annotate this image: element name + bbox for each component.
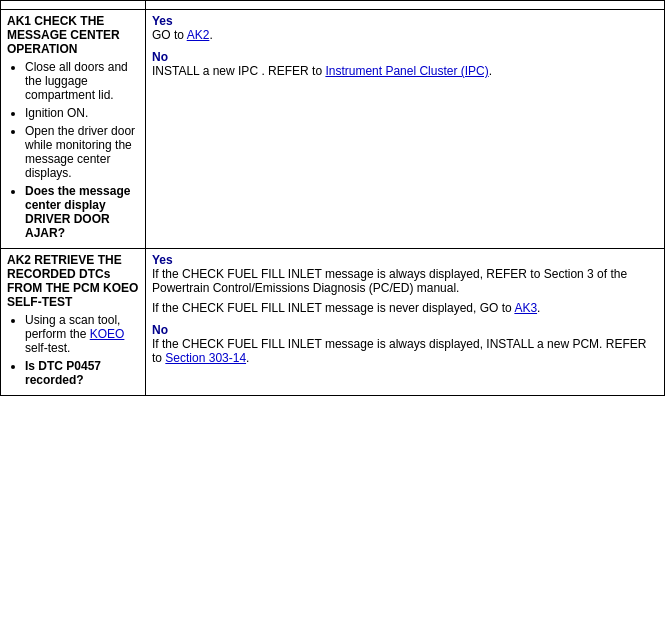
step-link[interactable]: KOEO: [90, 327, 125, 341]
step-list: Using a scan tool, perform the KOEO self…: [7, 313, 139, 387]
result-link[interactable]: Instrument Panel Cluster (IPC): [325, 64, 488, 78]
result-block: NoIf the CHECK FUEL FILL INLET message i…: [152, 323, 658, 365]
result-block: YesIf the CHECK FUEL FILL INLET message …: [152, 253, 658, 315]
result-link[interactable]: Section 303-14: [165, 351, 246, 365]
result-line: If the CHECK FUEL FILL INLET message is …: [152, 301, 658, 315]
result-label: No: [152, 323, 168, 337]
step-cell: AK2 RETRIEVE THE RECORDED DTCs FROM THE …: [1, 249, 146, 396]
result-line: If the CHECK FUEL FILL INLET message is …: [152, 267, 658, 295]
step-title: AK1 CHECK THE MESSAGE CENTER OPERATION: [7, 14, 139, 56]
step-list-item: Open the driver door while monitoring th…: [25, 124, 139, 180]
step-title: AK2 RETRIEVE THE RECORDED DTCs FROM THE …: [7, 253, 139, 309]
step-list-item: Does the message center display DRIVER D…: [25, 184, 139, 240]
result-label: Yes: [152, 253, 173, 267]
result-line: INSTALL a new IPC . REFER to Instrument …: [152, 64, 658, 78]
result-block: YesGO to AK2.: [152, 14, 658, 42]
result-link[interactable]: AK3: [514, 301, 537, 315]
table-row: AK1 CHECK THE MESSAGE CENTER OPERATIONCl…: [1, 10, 665, 249]
step-cell: AK1 CHECK THE MESSAGE CENTER OPERATIONCl…: [1, 10, 146, 249]
result-label: Yes: [152, 14, 173, 28]
result-line: GO to AK2.: [152, 28, 658, 42]
result-cell: YesGO to AK2.NoINSTALL a new IPC . REFER…: [146, 10, 665, 249]
step-list-item: Is DTC P0457 recorded?: [25, 359, 139, 387]
table-row: AK2 RETRIEVE THE RECORDED DTCs FROM THE …: [1, 249, 665, 396]
header-result: [146, 1, 665, 10]
result-block: NoINSTALL a new IPC . REFER to Instrumen…: [152, 50, 658, 78]
result-cell: YesIf the CHECK FUEL FILL INLET message …: [146, 249, 665, 396]
result-label: No: [152, 50, 168, 64]
header-test-step: [1, 1, 146, 10]
result-link[interactable]: AK2: [187, 28, 210, 42]
step-list-item: Using a scan tool, perform the KOEO self…: [25, 313, 139, 355]
step-list-item: Ignition ON.: [25, 106, 139, 120]
result-line: If the CHECK FUEL FILL INLET message is …: [152, 337, 658, 365]
step-list: Close all doors and the luggage compartm…: [7, 60, 139, 240]
step-list-item: Close all doors and the luggage compartm…: [25, 60, 139, 102]
